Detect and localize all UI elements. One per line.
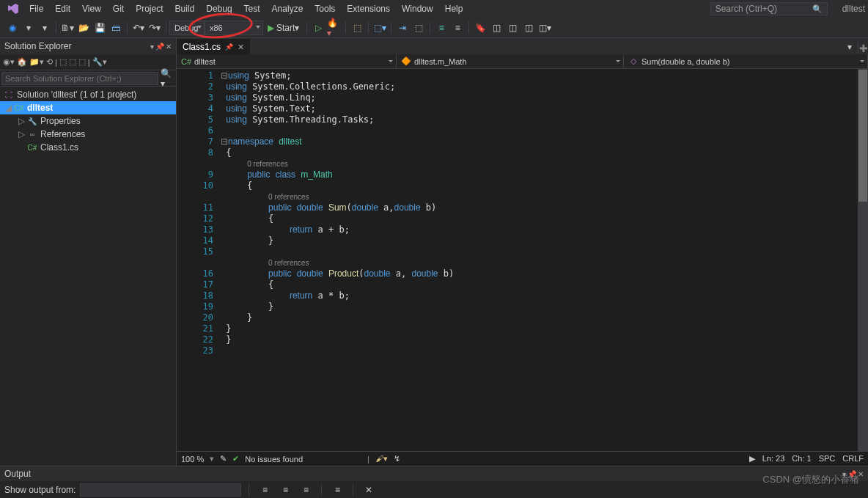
caret-icon[interactable]: ↯ (394, 454, 400, 464)
se-dropdown-icon[interactable]: ▾ (150, 43, 154, 51)
vertical-scrollbar[interactable] (858, 69, 868, 451)
tool-a-icon[interactable]: ⬚ (350, 21, 364, 35)
menu-extensions[interactable]: Extensions (341, 1, 396, 16)
se-home-icon[interactable]: 🏠 (17, 57, 27, 67)
bm4-icon[interactable]: ◫ (521, 21, 536, 35)
pin-icon[interactable]: 📌 (225, 43, 233, 51)
bm2-icon[interactable]: ◫ (489, 21, 504, 35)
tree-solution[interactable]: ⛶Solution 'dlltest' (1 of 1 project) (0, 88, 176, 101)
indent2-icon[interactable]: ≡ (450, 21, 465, 35)
menu-debug[interactable]: Debug (200, 1, 238, 16)
bookmark-icon[interactable]: 🔖 (473, 21, 488, 35)
menu-test[interactable]: Test (238, 1, 266, 16)
step2-icon[interactable]: ⬚ (411, 21, 426, 35)
line-gutter: 12345678 910 1112131415 1617181920212223 (177, 69, 221, 451)
class-icon: 🔶 (401, 56, 411, 67)
tree-references[interactable]: ▷▫▫References (0, 128, 176, 141)
se-wrench-icon[interactable]: 🔧▾ (92, 57, 107, 67)
split-icon[interactable]: ✚ (858, 43, 868, 54)
search-icon: 🔍 (812, 4, 823, 14)
play-nodbg-icon[interactable]: ▷ (311, 21, 326, 35)
status-eol[interactable]: CRLF (842, 454, 864, 464)
hot-reload-icon[interactable]: 🔥▾ (327, 21, 342, 35)
menu-file[interactable]: File (23, 1, 49, 16)
tree-file-class1[interactable]: C#Class1.cs (0, 141, 176, 154)
brush-icon[interactable]: ✎ (220, 454, 227, 464)
new-caret[interactable]: ▾ (37, 21, 52, 35)
se-tb-icon[interactable]: ◉▾ (3, 57, 15, 67)
play-icon: ▶ (268, 23, 274, 33)
se-tb2-icon[interactable]: 📁▾ (29, 57, 44, 67)
menu-project[interactable]: Project (130, 1, 169, 16)
method-icon: ◇ (628, 56, 639, 67)
op-icon4[interactable]: ≡ (330, 483, 345, 497)
op-icon1[interactable]: ≡ (257, 483, 272, 497)
menu-help[interactable]: Help (439, 1, 469, 16)
se-search-icon[interactable]: 🔍▾ (161, 71, 175, 86)
watermark: CSDN @愤怒的小香猪 (762, 473, 859, 486)
brush2-icon[interactable]: 🖌▾ (375, 454, 388, 464)
start-debug-button[interactable]: ▶Start ▾ (263, 21, 304, 35)
op-clear-icon[interactable]: ✕ (361, 483, 376, 497)
se-tb5-icon[interactable]: ⬚ (78, 57, 86, 67)
output-title: Output (4, 469, 31, 479)
menu-analyze[interactable]: Analyze (266, 1, 309, 16)
se-sync-icon[interactable]: ⟲ (46, 57, 53, 67)
zoom-level[interactable]: 100 % (181, 455, 204, 464)
quick-search[interactable]: Search (Ctrl+Q)🔍 (710, 2, 828, 15)
nav-project[interactable]: C#dlltest (177, 54, 397, 68)
nav-class[interactable]: 🔶dlltest.m_Math (397, 54, 624, 68)
status-line: Ln: 23 (762, 454, 785, 464)
se-close-icon[interactable]: ✕ (166, 43, 172, 51)
add-item-icon[interactable]: 🗎▾ (60, 21, 75, 35)
expand-icon[interactable]: ◢ (3, 103, 13, 113)
step-icon[interactable]: ⇥ (395, 21, 410, 35)
issues-text[interactable]: No issues found (245, 455, 303, 464)
se-title: Solution Explorer (4, 41, 71, 51)
csproj-icon: C# (181, 56, 191, 67)
save-icon[interactable]: 💾 (92, 21, 107, 35)
tool-b-icon[interactable]: ⬚▾ (372, 21, 387, 35)
play-small-icon[interactable]: ▶ (749, 454, 755, 464)
bm5-icon[interactable]: ◫▾ (537, 21, 552, 35)
forward-caret[interactable]: ▾ (21, 21, 36, 35)
indent-icon[interactable]: ≡ (434, 21, 449, 35)
saveall-icon[interactable]: 🗃 (108, 21, 123, 35)
config-combo[interactable]: Debug (169, 21, 205, 35)
ok-icon: ✔ (232, 454, 239, 464)
status-spc[interactable]: SPC (819, 454, 836, 464)
open-icon[interactable]: 📂 (76, 21, 91, 35)
platform-combo[interactable]: x86 (205, 21, 263, 35)
se-pin-icon[interactable]: 📌 (155, 43, 164, 51)
back-icon[interactable]: ◉ (5, 21, 20, 35)
tab-menu-icon[interactable]: ▾ (842, 40, 857, 54)
close-tab-icon[interactable]: ✕ (238, 43, 244, 52)
menu-tools[interactable]: Tools (309, 1, 341, 16)
output-label: Show output from: (4, 485, 76, 495)
expand-icon[interactable]: ▷ (16, 129, 26, 139)
solution-name: dlltest (842, 4, 865, 14)
redo-icon[interactable]: ↷▾ (147, 21, 162, 35)
tree-project[interactable]: ◢C#dlltest (0, 101, 176, 114)
se-search-input[interactable] (1, 72, 158, 85)
code-editor[interactable]: ⊟using System; using System.Collections.… (221, 69, 868, 451)
op-icon2[interactable]: ≡ (278, 483, 293, 497)
nav-member[interactable]: ◇Sum(double a, double b) (624, 54, 868, 68)
undo-icon[interactable]: ↶▾ (131, 21, 146, 35)
tree-properties[interactable]: ▷🔧Properties (0, 114, 176, 128)
expand-icon[interactable]: ▷ (16, 116, 26, 126)
menu-window[interactable]: Window (396, 1, 439, 16)
tab-class1[interactable]: Class1.cs📌✕ (177, 39, 250, 54)
csproj-icon: C# (13, 103, 25, 113)
menu-git[interactable]: Git (107, 1, 130, 16)
se-tb4-icon[interactable]: ⬚ (69, 57, 76, 67)
output-source-combo[interactable] (80, 483, 241, 497)
bm3-icon[interactable]: ◫ (505, 21, 520, 35)
wrench-icon: 🔧 (26, 116, 38, 126)
menu-edit[interactable]: Edit (49, 1, 76, 16)
op-icon3[interactable]: ≡ (298, 483, 313, 497)
se-tb3-icon[interactable]: ⬚ (59, 57, 67, 67)
se-toolbar: ◉▾🏠📁▾⟲|⬚⬚⬚|🔧▾ (0, 54, 176, 70)
menu-build[interactable]: Build (169, 1, 201, 16)
menu-view[interactable]: View (76, 1, 107, 16)
